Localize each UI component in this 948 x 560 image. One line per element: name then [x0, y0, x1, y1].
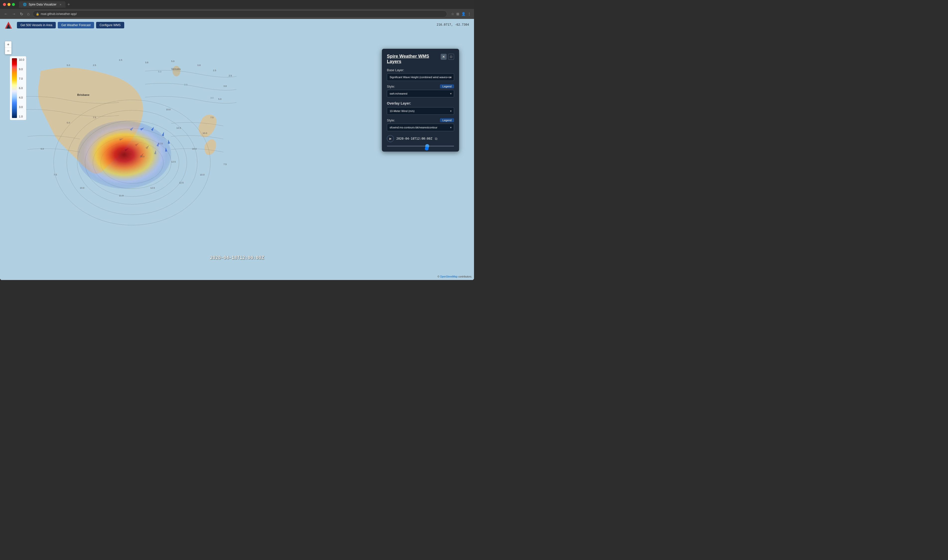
svg-text:10.0: 10.0	[203, 132, 207, 134]
svg-text:2.5: 2.5	[213, 69, 216, 72]
svg-text:10.0: 10.0	[192, 147, 197, 150]
attribution-contributors: contributors.	[457, 275, 472, 278]
profile-icon[interactable]: 👤	[461, 12, 466, 16]
legend-value-9: 9.0	[19, 68, 24, 71]
playback-controls: ▶ 2020-04-18T12:00:00Z ⧉	[387, 135, 454, 142]
address-bar[interactable]: 🔒 nsat.github.io/weather-app/	[32, 11, 447, 17]
svg-text:7.5: 7.5	[93, 116, 96, 119]
legend-value-3: 3.0	[19, 106, 24, 109]
weather-button[interactable]: Get Weather Forecast	[58, 22, 94, 28]
svg-text:7.5: 7.5	[223, 163, 226, 166]
attribution-copyright: ©	[437, 275, 440, 278]
base-layer-select[interactable]: Significant Wave Height (combined wind w…	[387, 74, 454, 81]
svg-text:2.5: 2.5	[119, 58, 122, 61]
overlay-style-label: Style:	[387, 118, 395, 122]
svg-text:5.0: 5.0	[67, 121, 70, 124]
app-header: Get 500 Vessels in Area Get Weather Fore…	[0, 19, 474, 31]
base-style-select-wrapper: swh:m/nearestswh:m/linear	[387, 90, 454, 97]
wms-base-style-section: Style: Legend swh:m/nearestswh:m/linear	[387, 85, 454, 97]
svg-text:3.0: 3.0	[210, 96, 214, 99]
wms-base-layer-section: Base Layer: Significant Wave Height (com…	[387, 68, 454, 81]
browser-toolbar: ← → ↻ ⌂ 🔒 nsat.github.io/weather-app/ ☆ …	[0, 9, 474, 19]
svg-text:5.0: 5.0	[171, 60, 174, 63]
maximize-traffic-light[interactable]	[12, 3, 15, 6]
minimize-traffic-light[interactable]	[8, 3, 11, 6]
map-timestamp: 2020-04-18T12:00:00Z	[210, 255, 264, 260]
overlay-style-select-wrapper: sfcwind:ms-contours-bk/nearestcontour	[387, 124, 454, 131]
svg-text:12.5: 12.5	[179, 181, 183, 184]
wms-overlay-style-section: Style: Legend sfcwind:ms-contours-bk/nea…	[387, 118, 454, 131]
svg-text:2.5: 2.5	[93, 64, 96, 66]
refresh-button[interactable]: ↻	[19, 11, 24, 17]
wms-close-button[interactable]: ✕	[441, 54, 446, 60]
legend-value-4: 4.0	[19, 96, 24, 99]
new-tab-button[interactable]: +	[68, 2, 70, 7]
svg-text:Vanuatu: Vanuatu	[171, 68, 181, 71]
base-legend-button[interactable]: Legend	[440, 85, 454, 88]
wms-overlay-section: Overlay Layer: 10-Meter Wind (m/s)Wind D…	[387, 101, 454, 115]
timeline-range-input[interactable]	[387, 148, 454, 149]
configure-wms-button[interactable]: Configure WMS	[96, 22, 124, 28]
tab-bar: 🌐 Spire Data Visualizer ✕ +	[19, 1, 70, 8]
back-button[interactable]: ←	[3, 11, 9, 17]
svg-text:10.0: 10.0	[166, 108, 171, 111]
overlay-legend-button[interactable]: Legend	[440, 118, 454, 122]
svg-text:3.8: 3.8	[197, 64, 201, 66]
timeline-slider	[387, 146, 454, 146]
openstreetmap-link[interactable]: OpenStreetMap	[440, 275, 458, 278]
legend-value-6: 6.0	[19, 87, 24, 89]
svg-text:5.0: 5.0	[41, 147, 44, 150]
wms-resize-button[interactable]: ⊡	[448, 54, 454, 60]
extensions-icon[interactable]: ⊞	[456, 12, 459, 16]
legend-value-7: 7.0	[19, 77, 24, 80]
home-button[interactable]: ⌂	[26, 11, 31, 17]
overlay-layer-select[interactable]: 10-Meter Wind (m/s)Wind DirectionNone	[387, 107, 454, 115]
bookmark-icon[interactable]: ☆	[451, 12, 454, 16]
overlay-layer-title: Overlay Layer:	[387, 101, 454, 105]
svg-text:12.5: 12.5	[177, 126, 181, 129]
browser-window: 🌐 Spire Data Visualizer ✕ + ← → ↻ ⌂ 🔒 ns…	[0, 0, 474, 280]
svg-text:3.8: 3.8	[145, 61, 148, 64]
svg-text:12.5: 12.5	[171, 160, 176, 163]
wms-panel-title: Spire Weather WMS Layers	[387, 54, 441, 64]
overlay-layer-select-wrapper: 10-Meter Wind (m/s)Wind DirectionNone	[387, 107, 454, 115]
browser-tab-active[interactable]: 🌐 Spire Data Visualizer ✕	[19, 1, 65, 8]
base-style-select[interactable]: swh:m/nearestswh:m/linear	[387, 90, 454, 97]
legend-labels: 10.0 9.0 7.0 6.0 4.0 3.0 1.0	[18, 58, 24, 118]
svg-text:Brisbane: Brisbane	[77, 93, 89, 96]
app-content: Vanuatu	[0, 19, 474, 280]
tab-favicon: 🌐	[23, 3, 27, 6]
base-layer-select-wrapper: Significant Wave Height (combined wind w…	[387, 74, 454, 81]
url-text: nsat.github.io/weather-app/	[41, 12, 77, 16]
svg-text:10.0: 10.0	[200, 173, 205, 176]
browser-titlebar: 🌐 Spire Data Visualizer ✕ +	[0, 0, 474, 9]
wms-panel-header: Spire Weather WMS Layers ✕ ⊡	[387, 54, 454, 64]
map-background: Vanuatu	[0, 19, 474, 280]
overlay-style-row: Style: Legend	[387, 118, 454, 122]
traffic-lights	[3, 3, 15, 6]
forward-button[interactable]: →	[11, 11, 17, 17]
svg-point-27	[77, 121, 171, 189]
overlay-style-select[interactable]: sfcwind:ms-contours-bk/nearestcontour	[387, 124, 454, 131]
svg-text:17.5: 17.5	[158, 142, 163, 145]
lock-icon: 🔒	[36, 12, 39, 16]
attribution: © OpenStreetMap contributors.	[437, 275, 472, 278]
play-button[interactable]: ▶	[387, 135, 394, 142]
base-style-row: Style: Legend	[387, 85, 454, 88]
svg-text:2.5: 2.5	[184, 83, 188, 86]
copy-timestamp-button[interactable]: ⧉	[435, 137, 437, 141]
svg-text:7.5: 7.5	[210, 116, 214, 119]
legend-gradient-bar	[12, 58, 17, 118]
zoom-out-button[interactable]: −	[5, 48, 11, 54]
toolbar-icons: ☆ ⊞ 👤 ⋮	[451, 12, 471, 16]
zoom-in-button[interactable]: +	[5, 41, 11, 48]
close-traffic-light[interactable]	[3, 3, 6, 6]
menu-icon[interactable]: ⋮	[468, 12, 471, 16]
tab-close-icon[interactable]: ✕	[60, 3, 62, 6]
vessels-button[interactable]: Get 500 Vessels in Area	[17, 22, 56, 28]
svg-text:12.5: 12.5	[150, 186, 155, 189]
legend-value-max: 10.0	[19, 58, 24, 61]
tab-title: Spire Data Visualizer	[29, 3, 57, 6]
color-legend: 10.0 9.0 7.0 6.0 4.0 3.0 1.0	[10, 56, 26, 120]
svg-text:10.0: 10.0	[80, 186, 85, 189]
